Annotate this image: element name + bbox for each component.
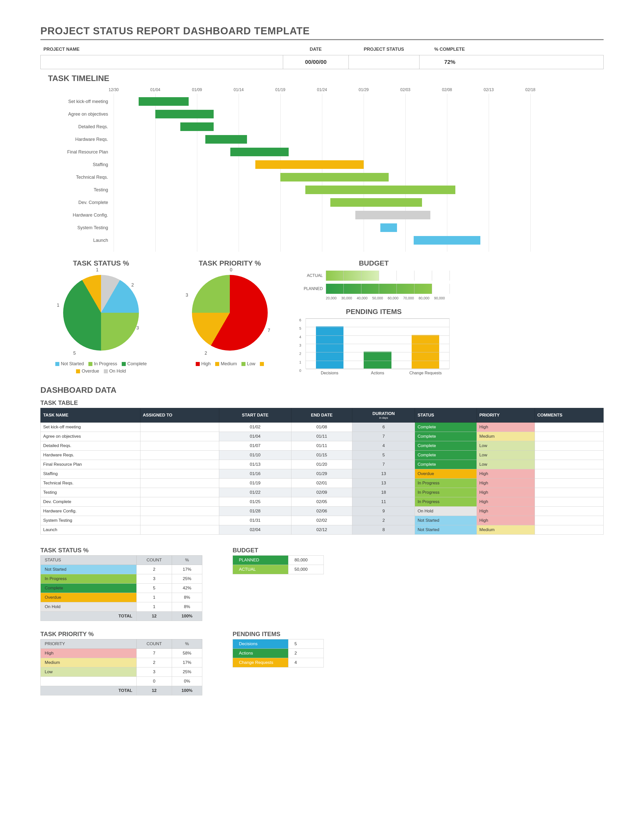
cell-start[interactable]: 01/16 [219,469,291,479]
cell-status[interactable]: Not Started [415,525,477,535]
cell-priority[interactable]: Low [477,460,535,469]
cell-end[interactable]: 01/11 [291,432,352,441]
cell-task-name[interactable]: Hardware Reqs. [41,450,140,460]
cell-comments[interactable] [535,441,603,450]
cell-start[interactable]: 01/19 [219,479,291,488]
cell-end[interactable]: 02/01 [291,479,352,488]
cell-start[interactable]: 01/28 [219,507,291,516]
cell-end[interactable]: 02/05 [291,497,352,507]
cell-start[interactable]: 01/31 [219,516,291,525]
cell-task-name[interactable]: Agree on objectives [41,432,140,441]
pie-label: 1 [57,303,60,308]
value-date[interactable]: 00/00/00 [283,55,349,69]
sum-pct: 25% [172,667,202,677]
cell-status[interactable]: In Progress [415,497,477,507]
cell-task-name[interactable]: Set kick-off meeting [41,423,140,432]
cell-status[interactable]: Complete [415,460,477,469]
cell-comments[interactable] [535,423,603,432]
cell-status[interactable]: In Progress [415,479,477,488]
cell-end[interactable]: 01/08 [291,423,352,432]
cell-task-name[interactable]: Testing [41,488,140,497]
sub-pending: PENDING ITEMS [233,630,324,638]
summary-header-row: PROJECT NAME DATE PROJECT STATUS % COMPL… [40,45,604,53]
gantt-tick: 01/19 [275,88,285,92]
cell-start[interactable]: 01/25 [219,497,291,507]
cell-comments[interactable] [535,450,603,460]
cell-end[interactable]: 01/15 [291,450,352,460]
cell-priority[interactable]: High [477,516,535,525]
cell-assigned[interactable] [140,516,219,525]
cell-end[interactable]: 02/09 [291,488,352,497]
cell-status[interactable]: Complete [415,441,477,450]
cell-task-name[interactable]: Launch [41,525,140,535]
task-th: PRIORITY [477,408,535,423]
cell-comments[interactable] [535,460,603,469]
task-priority-chart: TASK PRIORITY % 0723 HighMediumLow [174,259,285,375]
cell-start[interactable]: 01/13 [219,460,291,469]
cell-assigned[interactable] [140,460,219,469]
cell-end[interactable]: 02/02 [291,516,352,525]
cell-task-name[interactable]: Dev. Complete [41,497,140,507]
section-task-timeline: TASK TIMELINE [48,74,604,83]
cell-end[interactable]: 01/11 [291,441,352,450]
cell-assigned[interactable] [140,479,219,488]
cell-end[interactable]: 01/20 [291,460,352,469]
cell-status[interactable]: Not Started [415,516,477,525]
cell-start[interactable]: 01/04 [219,432,291,441]
cell-comments[interactable] [535,525,603,535]
cell-comments[interactable] [535,469,603,479]
cell-assigned[interactable] [140,423,219,432]
cell-task-name[interactable]: System Testing [41,516,140,525]
legend-item: High [196,361,211,367]
cell-assigned[interactable] [140,488,219,497]
cell-priority[interactable]: High [477,469,535,479]
cell-start[interactable]: 01/10 [219,450,291,460]
cell-comments[interactable] [535,507,603,516]
cell-start[interactable]: 01/02 [219,423,291,432]
cell-start[interactable]: 02/04 [219,525,291,535]
sum-count: 2 [137,658,172,667]
cell-priority[interactable]: Low [477,441,535,450]
value-project-status[interactable] [349,55,420,69]
task-th: DURATIONin days [352,408,415,423]
cell-task-name[interactable]: Hardware Config. [41,507,140,516]
cell-assigned[interactable] [140,432,219,441]
cell-start[interactable]: 01/07 [219,441,291,450]
cell-status[interactable]: Complete [415,432,477,441]
cell-comments[interactable] [535,432,603,441]
cell-status[interactable]: Overdue [415,469,477,479]
cell-status[interactable]: Complete [415,423,477,432]
cell-comments[interactable] [535,479,603,488]
cell-priority[interactable]: High [477,423,535,432]
cell-priority[interactable]: High [477,507,535,516]
cell-comments[interactable] [535,516,603,525]
cell-assigned[interactable] [140,525,219,535]
cell-task-name[interactable]: Final Resource Plan [41,460,140,469]
cell-priority[interactable]: High [477,497,535,507]
cell-end[interactable]: 02/12 [291,525,352,535]
cell-end[interactable]: 02/06 [291,507,352,516]
cell-assigned[interactable] [140,497,219,507]
cell-status[interactable]: Complete [415,450,477,460]
cell-priority[interactable]: High [477,479,535,488]
cell-priority[interactable]: Medium [477,525,535,535]
cell-task-name[interactable]: Detailed Reqs. [41,441,140,450]
cell-priority[interactable]: High [477,488,535,497]
cell-task-name[interactable]: Staffing [41,469,140,479]
cell-end[interactable]: 01/29 [291,469,352,479]
cell-start[interactable]: 01/22 [219,488,291,497]
cell-assigned[interactable] [140,441,219,450]
cell-assigned[interactable] [140,469,219,479]
cell-comments[interactable] [535,497,603,507]
cell-status[interactable]: On Hold [415,507,477,516]
gantt-bar [180,122,214,131]
cell-priority[interactable]: Medium [477,432,535,441]
cell-task-name[interactable]: Technical Reqs. [41,479,140,488]
cell-assigned[interactable] [140,507,219,516]
cell-priority[interactable]: Low [477,450,535,460]
right-charts: BUDGET ACTUALPLANNED20,00030,00040,00050… [298,259,449,375]
cell-comments[interactable] [535,488,603,497]
cell-status[interactable]: In Progress [415,488,477,497]
cell-assigned[interactable] [140,450,219,460]
value-project-name[interactable] [41,55,283,69]
